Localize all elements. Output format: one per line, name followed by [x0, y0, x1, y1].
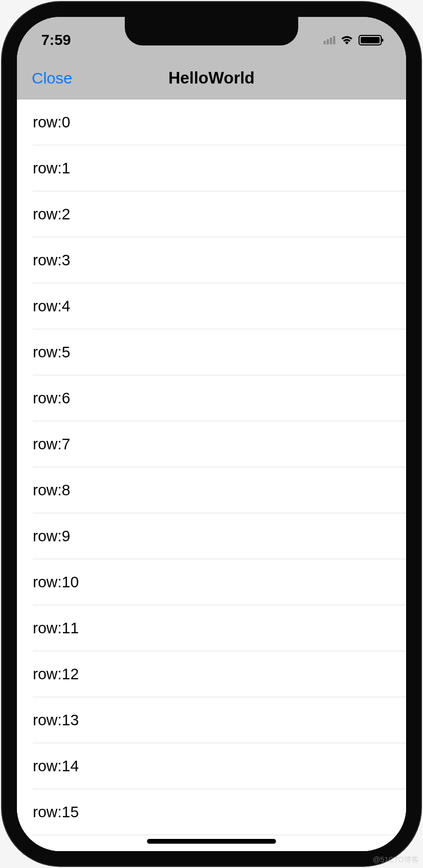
table-row[interactable]: row:3 [17, 237, 406, 283]
wifi-icon [339, 34, 354, 46]
table-row[interactable]: row:13 [17, 697, 406, 743]
table-row-label: row:2 [33, 206, 70, 223]
watermark: @51CTO博客 [373, 855, 419, 865]
table-row-label: row:8 [33, 482, 70, 499]
table-row-label: row:9 [33, 528, 70, 545]
table-row[interactable]: row:7 [17, 421, 406, 467]
table-row[interactable]: row:12 [17, 651, 406, 697]
table-row-label: row:6 [33, 390, 70, 407]
table-row-label: row:15 [33, 804, 79, 821]
table-row-label: row:1 [33, 160, 70, 177]
table-row[interactable]: row:2 [17, 191, 406, 237]
table-row-label: row:14 [33, 758, 79, 775]
table-row-label: row:7 [33, 436, 70, 453]
table-row-label: row:10 [33, 574, 79, 591]
cellular-signal-icon [324, 36, 335, 44]
table-row-label: row:13 [33, 712, 79, 729]
table-row[interactable]: row:14 [17, 743, 406, 789]
table-row-label: row:4 [33, 298, 70, 315]
status-icons [324, 34, 382, 46]
battery-icon [358, 35, 382, 45]
table-row-label: row:5 [33, 344, 70, 361]
device-frame: 7:59 [2, 2, 421, 866]
page-title: HelloWorld [17, 69, 406, 88]
table-row[interactable]: row:11 [17, 605, 406, 651]
notch [125, 17, 298, 45]
table-row[interactable]: row:6 [17, 375, 406, 421]
table-row[interactable]: row:5 [17, 329, 406, 375]
screen: 7:59 [17, 17, 406, 851]
table-row[interactable]: row:1 [17, 145, 406, 191]
table-row[interactable]: row:10 [17, 559, 406, 605]
table-row-label: row:12 [33, 666, 79, 683]
table-row-label: row:0 [33, 114, 70, 131]
table-row-label: row:3 [33, 252, 70, 269]
status-time: 7:59 [41, 32, 71, 49]
table-row[interactable]: row:8 [17, 467, 406, 513]
table-row[interactable]: row:15 [17, 789, 406, 835]
table-row[interactable]: row:0 [17, 99, 406, 145]
table-row[interactable]: row:4 [17, 283, 406, 329]
table-view[interactable]: row:0 row:1 row:2 row:3 row:4 row:5 row:… [17, 99, 406, 851]
table-row-label: row:11 [33, 620, 79, 637]
table-row[interactable]: row:9 [17, 513, 406, 559]
navigation-bar: Close HelloWorld [17, 57, 406, 99]
home-indicator[interactable] [147, 839, 276, 844]
close-button[interactable]: Close [32, 69, 72, 87]
